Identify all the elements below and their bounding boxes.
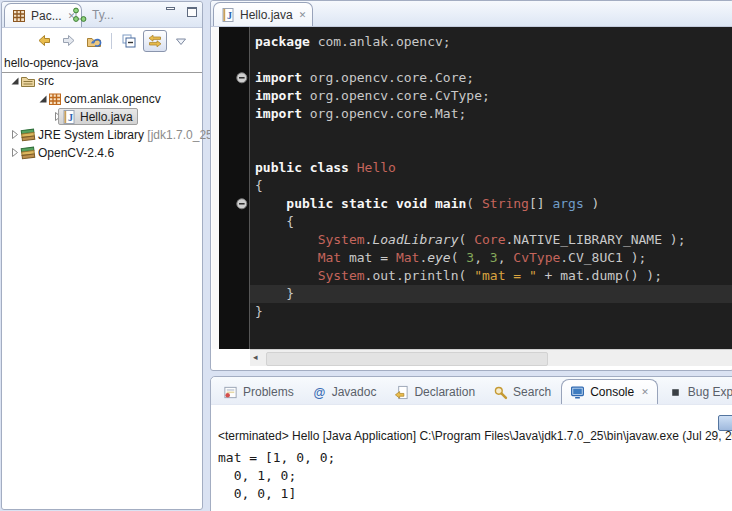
square-icon [668,385,683,400]
fold-collapse-icon[interactable] [236,72,248,84]
code-token: com.anlak.opencv; [318,34,451,49]
selected-tree-item[interactable]: JHello.java [58,108,138,125]
bottom-tab-label: Search [513,385,551,399]
vertical-sash[interactable] [203,0,210,511]
code-line-11[interactable]: { [250,213,732,231]
code-token [255,250,318,265]
package-explorer-view: Pac...✕Ty... hello-opencv-javasrccom.anl… [1,1,203,510]
fold-collapse-icon[interactable] [236,198,248,210]
minimize-view-button[interactable] [164,7,176,19]
link-editor-icon [147,33,163,49]
tree-expanded-icon[interactable] [9,75,20,86]
code-line-15[interactable]: } [250,285,732,303]
code-token: .out.println( [365,268,475,283]
editor-tabstrip: J Hello.java ✕ [211,1,732,27]
close-view-icon[interactable]: ✕ [641,387,649,397]
bottom-view-stack: Problems@JavadocDeclarationSearchConsole… [210,376,732,511]
code-token: org.opencv.core.CvType; [310,88,490,103]
code-line-6[interactable] [250,123,732,141]
type-hierarchy-icon [72,7,88,23]
code-token: .NATIVE_LIBRARY_NAME ); [505,232,685,247]
tree-item-label: hello-opencv-java [4,54,98,72]
code-token: , [474,250,490,265]
close-tab-icon[interactable]: ✕ [299,10,307,20]
up-folder-icon [86,33,102,49]
bottom-tab-label: Console [590,385,634,399]
tree-collapsed-icon[interactable] [9,147,20,158]
eclipse-workbench: { "glyphs": { "close": "✕", "scroll_left… [0,0,732,511]
code-token: 3 [490,250,498,265]
code-token: org.opencv.core.Mat; [310,106,467,121]
code-line-10[interactable]: public static void main( String[] args ) [250,195,732,213]
toolbar-separator [111,33,112,49]
tree-item-opencv-2-4-6[interactable]: OpenCV-2.4.6 [2,144,202,162]
console-icon [570,385,585,400]
back-button[interactable] [33,31,55,51]
forward-button[interactable] [58,31,80,51]
code-line-14[interactable]: System.out.println( "mat = " + mat.dump(… [250,267,732,285]
code-token: import [255,88,310,103]
code-editor[interactable]: package com.anlak.opencv;import org.open… [212,27,732,349]
code-line-1[interactable]: package com.anlak.opencv; [250,33,732,51]
horizontal-sash[interactable] [210,371,732,376]
code-line-16[interactable]: } [250,303,732,321]
tree-item-label: OpenCV-2.4.6 [38,144,114,162]
code-line-5[interactable]: import org.opencv.core.Mat; [250,105,732,123]
code-token: ( [459,232,475,247]
code-token: { [255,178,263,193]
code-token: ) [584,196,600,211]
bottom-tab-label: Javadoc [332,385,377,399]
code-line-2[interactable] [250,51,732,69]
collapse-all-button[interactable] [118,31,140,51]
tab-console[interactable]: Console✕ [561,379,658,404]
tree-item-com-anlak-opencv[interactable]: com.anlak.opencv [2,90,202,108]
tab-search[interactable]: Search [485,380,559,404]
code-token: "mat = " [474,268,537,283]
code-line-13[interactable]: Mat mat = Mat.eye( 3, 3, CvType.CV_8UC1 … [250,249,732,267]
problems-icon [223,385,238,400]
library-icon [20,145,36,161]
code-line-12[interactable]: System.LoadLibrary( Core.NATIVE_LIBRARY_… [250,231,732,249]
code-line-7[interactable] [250,141,732,159]
editor-horizontal-scrollbar[interactable]: ◂ [250,349,732,366]
console-output[interactable]: mat = [1, 0, 0; 0, 1, 0; 0, 0, 1] [218,449,335,503]
code-line-9[interactable]: { [250,177,732,195]
bottom-tab-label: Bug Explorer [688,385,732,399]
javadoc-icon: @ [312,385,327,400]
tab-javadoc[interactable]: @Javadoc [304,380,385,404]
tree-item-label: src [38,72,54,90]
code-line-4[interactable]: import org.opencv.core.CvType; [250,87,732,105]
tree-item-jre-system-library[interactable]: JRE System Library [jdk1.7.0_25] [2,126,202,144]
code-token: System [318,268,365,283]
code-line-8[interactable]: public class Hello [250,159,732,177]
annotation-ruler[interactable] [212,27,219,349]
view-tab-ty[interactable]: Ty... [66,3,120,27]
view-menu-button[interactable] [170,31,192,51]
tree-item-src[interactable]: src [2,72,202,90]
console-output-line: 0, 1, 0; [218,467,335,485]
tab-declaration[interactable]: Declaration [386,380,483,404]
tab-bug-explorer[interactable]: Bug Explorer [660,380,732,404]
maximize-view-button[interactable] [186,7,198,19]
code-line-3[interactable]: import org.opencv.core.Core; [250,69,732,87]
console-output-line: mat = [1, 0, 0; [218,449,335,467]
view-tab-label: Ty... [92,8,114,22]
library-icon [20,127,36,143]
code-token: ( [451,250,467,265]
package-explorer-icon [11,8,27,24]
scrollbar-thumb[interactable] [266,352,548,366]
tree-item-hello-opencv-java[interactable]: hello-opencv-java [2,54,202,72]
code-token: { [255,214,294,229]
scroll-left-icon[interactable]: ◂ [253,352,258,362]
up-button[interactable] [83,31,105,51]
link-with-editor-button[interactable] [143,30,167,52]
tab-problems[interactable]: Problems [215,380,302,404]
tree-item-hello-java[interactable]: JHello.java [2,108,202,126]
code-token [255,268,318,283]
project-tree: hello-opencv-javasrccom.anlak.opencvJHel… [2,54,202,162]
minimize-icon [166,7,175,10]
search-icon [493,385,508,400]
editor-tab-hello-java[interactable]: J Hello.java ✕ [213,2,313,26]
code-token: Mat [396,250,419,265]
tree-collapsed-icon[interactable] [9,129,20,140]
